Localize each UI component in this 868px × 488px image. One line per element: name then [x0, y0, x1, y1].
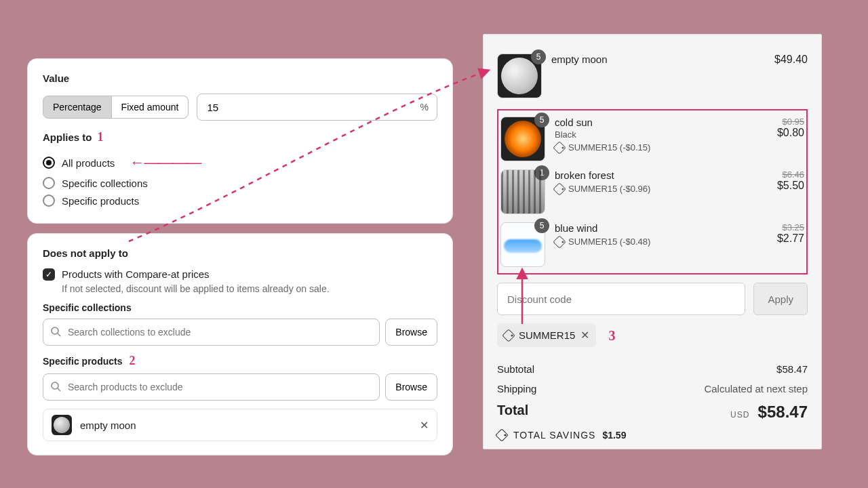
- discount-code-input-wrapper: [497, 283, 745, 315]
- compare-at-note: If not selected, discount will be applie…: [62, 283, 437, 294]
- exclude-collections-search: [43, 319, 380, 346]
- tag-icon: [553, 141, 566, 155]
- total-label: Total: [497, 403, 528, 422]
- cart-item-original-price: $6.46: [777, 169, 804, 180]
- remove-excluded-product[interactable]: ✕: [420, 419, 429, 432]
- does-not-apply-card: Does not apply to ✓ Products with Compar…: [27, 233, 453, 455]
- applied-discount-chip: SUMMER15 ✕: [497, 323, 596, 347]
- cart-item-original-price: $0.95: [777, 117, 804, 127]
- compare-at-checkbox[interactable]: ✓: [43, 268, 55, 281]
- svg-point-2: [52, 382, 58, 389]
- annotation-1: 1: [98, 130, 104, 144]
- radio-all-products[interactable]: All products ←————: [43, 151, 437, 174]
- total-currency: USD: [730, 410, 749, 420]
- radio-icon: [43, 195, 55, 207]
- cart-item-discount: SUMMER15 (-$0.96): [568, 184, 650, 194]
- product-thumbnail: 5: [500, 117, 545, 161]
- cart-item: 1 broken forest SUMMER15 (-$0.96) $6.46 …: [500, 165, 804, 218]
- cart-item-title: cold sun: [555, 117, 768, 128]
- total-value: $58.47: [758, 403, 808, 421]
- fixed-amount-toggle[interactable]: Fixed amount: [112, 96, 189, 119]
- svg-line-3: [58, 388, 60, 391]
- product-thumbnail: [52, 415, 72, 435]
- discount-code-input[interactable]: [506, 283, 736, 314]
- applies-to-label: Applies to: [43, 131, 92, 143]
- shipping-label: Shipping: [497, 383, 536, 394]
- browse-collections-button[interactable]: Browse: [385, 319, 437, 346]
- discount-value-input[interactable]: [205, 101, 420, 114]
- does-not-apply-title: Does not apply to: [43, 247, 437, 259]
- excluded-product-row: empty moon ✕: [43, 409, 437, 441]
- tag-icon: [553, 235, 566, 249]
- search-icon: [50, 381, 61, 394]
- savings-label: TOTAL SAVINGS: [513, 430, 595, 441]
- cart-item: 5 cold sun Black SUMMER15 (-$0.15) $0.95…: [500, 113, 804, 165]
- subtotal-value: $58.47: [776, 363, 808, 375]
- quantity-badge: 5: [534, 113, 549, 127]
- quantity-badge: 1: [534, 165, 549, 180]
- discount-value-input-wrapper: %: [197, 94, 437, 121]
- tag-icon: [553, 182, 566, 196]
- remove-discount-button[interactable]: ✕: [580, 329, 589, 342]
- quantity-badge: 5: [534, 218, 549, 233]
- percent-suffix: %: [420, 102, 429, 113]
- cart-item-price: $5.50: [777, 180, 804, 192]
- cart-item-price: $49.40: [774, 54, 808, 66]
- shipping-value: Calculated at next step: [704, 383, 808, 394]
- radio-specific-products[interactable]: Specific products: [43, 192, 437, 209]
- cart-item-title: blue wind: [555, 222, 768, 234]
- excluded-product-name: empty moon: [80, 420, 136, 431]
- svg-line-1: [58, 333, 60, 336]
- percentage-toggle[interactable]: Percentage: [43, 96, 112, 119]
- cart-item: 5 empty moon $49.40: [497, 47, 808, 105]
- radio-icon: [43, 157, 55, 169]
- discounted-items-highlight: 5 cold sun Black SUMMER15 (-$0.15) $0.95…: [497, 109, 808, 274]
- cart-item: 5 blue wind SUMMER15 (-$0.48) $3.25 $2.7…: [500, 218, 804, 271]
- search-icon: [50, 326, 61, 339]
- exclude-products-label: Specific products: [43, 356, 122, 367]
- exclude-products-search: [43, 373, 380, 401]
- annotation-arrow-1: ←————: [130, 154, 201, 171]
- product-thumbnail: 1: [500, 169, 545, 214]
- applied-discount-code: SUMMER15: [519, 329, 575, 341]
- product-thumbnail: 5: [497, 54, 542, 98]
- cart-item-variant: Black: [555, 129, 768, 140]
- browse-products-button[interactable]: Browse: [385, 373, 437, 401]
- radio-icon: [43, 177, 55, 189]
- tag-icon: [502, 329, 515, 342]
- cart-item-discount: SUMMER15 (-$0.15): [568, 142, 650, 152]
- annotation-2: 2: [129, 354, 135, 368]
- cart-item-title: broken forest: [555, 169, 768, 181]
- apply-discount-button[interactable]: Apply: [753, 283, 808, 315]
- cart-item-original-price: $3.25: [777, 222, 804, 232]
- exclude-collections-label: Specific collections: [43, 302, 132, 313]
- exclude-collections-input[interactable]: [66, 326, 372, 338]
- value-type-toggle: Percentage Fixed amount: [43, 96, 189, 119]
- radio-specific-products-label: Specific products: [62, 195, 139, 207]
- cart-item-discount: SUMMER15 (-$0.48): [568, 237, 650, 247]
- compare-at-label: Products with Compare-at prices: [62, 268, 210, 280]
- subtotal-label: Subtotal: [497, 363, 534, 375]
- cart-item-price: $2.77: [777, 232, 804, 245]
- product-thumbnail: 5: [500, 222, 545, 267]
- value-card-title: Value: [43, 73, 437, 84]
- value-card: Value Percentage Fixed amount % Applies …: [27, 58, 453, 224]
- radio-specific-collections-label: Specific collections: [62, 178, 148, 189]
- radio-all-products-label: All products: [62, 157, 115, 169]
- savings-value: $1.59: [602, 430, 626, 441]
- svg-point-0: [52, 327, 58, 334]
- radio-specific-collections[interactable]: Specific collections: [43, 174, 437, 192]
- cart-summary: 5 empty moon $49.40 5 cold sun Black SUM…: [483, 34, 822, 449]
- exclude-products-input[interactable]: [66, 381, 372, 393]
- cart-item-title: empty moon: [551, 54, 765, 65]
- annotation-3: 3: [609, 328, 616, 344]
- cart-item-price: $0.80: [777, 127, 804, 139]
- quantity-badge: 5: [531, 49, 546, 64]
- tag-icon: [495, 428, 509, 442]
